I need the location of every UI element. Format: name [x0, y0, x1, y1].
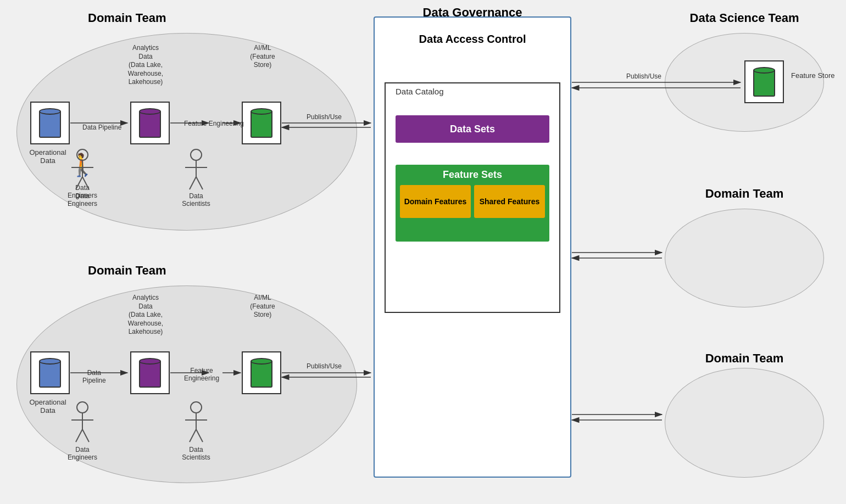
svg-point-15	[191, 402, 202, 413]
svg-line-13	[76, 429, 82, 442]
svg-line-8	[190, 177, 196, 189]
domain-top-title: Domain Team	[88, 11, 166, 25]
aiml-label-bot: AI/ML(FeatureStore)	[230, 294, 296, 320]
data-engineers-top-label2: DataEngineers	[59, 192, 105, 208]
domain-right-mid-ellipse	[665, 209, 824, 307]
catalog-title: Data Catalog	[396, 87, 444, 96]
analytics-label-bot: AnalyticsData(Data Lake,Warehouse,Lakeho…	[113, 294, 179, 337]
svg-line-9	[196, 177, 203, 189]
datasets-label: Data Sets	[450, 124, 495, 135]
dp-label-top: Data Pipeline	[82, 124, 121, 131]
aiml-label-top: AI/ML(FeatureStore)	[230, 44, 296, 70]
aiml-bot-box	[242, 351, 281, 394]
svg-line-3	[76, 177, 82, 189]
svg-line-4	[82, 177, 89, 189]
domain-right-bot-title: Domain Team	[659, 351, 830, 366]
operational-data-bot-box	[30, 351, 70, 394]
feature-store-ds-label: Feature Store	[791, 71, 835, 80]
analytics-data-bot-box	[130, 351, 170, 394]
domain-bottom-title: Domain Team	[88, 264, 166, 278]
operational-data-top-box	[30, 102, 70, 144]
diagram-container: Domain Team Operational Data AnalyticsDa…	[0, 0, 846, 504]
data-scientists-bot-label: DataScientists	[173, 446, 219, 461]
feature-store-ds-box	[744, 60, 784, 103]
shared-features-box: Shared Features	[474, 185, 545, 218]
featuresets-outer: Feature Sets Domain Features Shared Feat…	[396, 165, 549, 242]
stick-figure-ds-top	[180, 148, 213, 192]
domain-right-bot-ellipse	[665, 368, 824, 478]
data-engineers-bot-label: DataEngineers	[59, 446, 105, 461]
featuresets-inner: Domain Features Shared Features	[396, 185, 549, 222]
access-control-title: Data Access Control	[379, 33, 566, 46]
fe-label-top: Feature Engineering	[184, 120, 244, 127]
svg-point-0	[77, 149, 88, 160]
analytics-data-top-box	[130, 102, 170, 144]
data-scientists-top-label: DataScientists	[173, 192, 219, 208]
fe-label-bot: FeatureEngineering	[184, 367, 219, 382]
datasets-box: Data Sets	[396, 115, 549, 143]
publish-use-bot-label: Publish/Use	[307, 362, 342, 370]
svg-line-19	[196, 429, 203, 442]
op-data-bot-label: OperationalData	[23, 398, 73, 415]
svg-point-10	[77, 402, 88, 413]
ds-team-title: Data Science Team	[659, 11, 830, 25]
publish-use-ds-label: Publish/Use	[626, 72, 661, 80]
op-data-top-label: Operational Data	[23, 148, 73, 165]
publish-use-top-label: Publish/Use	[307, 113, 342, 121]
aiml-top-box	[242, 102, 281, 144]
dp-label-bot: DataPipeline	[82, 369, 106, 384]
featuresets-label: Feature Sets	[396, 169, 549, 181]
domain-features-box: Domain Features	[400, 185, 471, 218]
governance-title: Data Governance	[396, 5, 549, 20]
svg-line-18	[190, 429, 196, 442]
svg-line-14	[82, 429, 89, 442]
domain-right-mid-title: Domain Team	[659, 187, 830, 201]
svg-point-5	[191, 149, 202, 160]
stick-figure-de-bot	[66, 401, 99, 445]
stick-figure-de-top	[66, 148, 99, 192]
stick-figure-ds-bot	[180, 401, 213, 445]
analytics-label-top: AnalyticsData(Data Lake,Warehouse,Lakeho…	[113, 44, 179, 87]
